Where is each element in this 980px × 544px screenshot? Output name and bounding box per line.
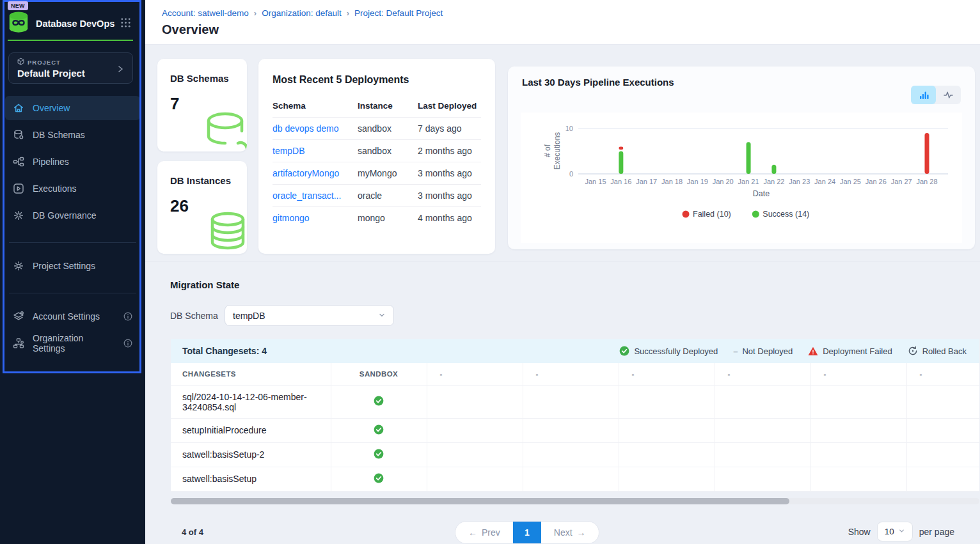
scrollbar-thumb[interactable] bbox=[171, 498, 789, 504]
column-header: - bbox=[906, 363, 979, 385]
gear-icon bbox=[13, 260, 24, 272]
legend-rolled-back: Rolled Back bbox=[908, 346, 967, 356]
svg-text:Jan 22: Jan 22 bbox=[763, 178, 784, 185]
sidebar-item-organization-settings[interactable]: Organization Settings bbox=[5, 331, 140, 355]
recent-deployments-card: Most Recent 5 Deployments Schema Instanc… bbox=[258, 59, 495, 254]
home-icon bbox=[13, 102, 24, 114]
success-check-icon bbox=[374, 473, 384, 483]
schema-link[interactable]: db devops demo bbox=[273, 123, 358, 134]
database-outline-icon bbox=[202, 109, 247, 152]
prev-button[interactable]: ←Prev bbox=[455, 522, 513, 543]
layers-gear-icon bbox=[13, 311, 24, 322]
project-name: Default Project bbox=[17, 68, 116, 79]
apps-grid-icon[interactable] bbox=[120, 17, 131, 31]
pager: ←Prev 1 Next→ bbox=[455, 521, 599, 544]
brand-name: Database DevOps bbox=[36, 19, 115, 29]
line-chart-toggle-icon[interactable] bbox=[936, 86, 961, 104]
project-cube-icon bbox=[17, 58, 24, 66]
sidebar-item-project-settings[interactable]: Project Settings bbox=[5, 254, 140, 278]
deployments-title: Most Recent 5 Deployments bbox=[273, 74, 481, 86]
svg-text:Jan 18: Jan 18 bbox=[661, 178, 683, 185]
per-page-label: per page bbox=[919, 527, 954, 537]
page-header: Account: satwell-demo › Organization: de… bbox=[145, 0, 980, 45]
brand-row: Database DevOps bbox=[6, 10, 139, 37]
column-header: - bbox=[619, 363, 715, 385]
changesets-header-row: CHANGESETS SANDBOX - - - - - - bbox=[171, 363, 979, 385]
svg-text:Success (14): Success (14) bbox=[763, 210, 809, 219]
info-icon[interactable] bbox=[123, 312, 132, 321]
bar-chart-toggle-icon[interactable] bbox=[911, 86, 936, 104]
schema-link[interactable]: gitmongo bbox=[273, 213, 358, 223]
migration-title: Migration State bbox=[170, 279, 239, 290]
column-header: CHANGESETS bbox=[171, 363, 331, 385]
svg-text:Jan 24: Jan 24 bbox=[814, 178, 835, 185]
db-schema-label: DB Schema bbox=[170, 311, 218, 321]
breadcrumb-project-link[interactable]: Project: Default Project bbox=[354, 8, 443, 18]
success-check-icon bbox=[374, 396, 384, 406]
table-row: setupInitialProcedure bbox=[171, 418, 979, 442]
svg-text:Jan 26: Jan 26 bbox=[865, 178, 887, 185]
total-changesets: Total Changesets: 4 bbox=[182, 346, 267, 356]
changeset-name: satwell:basisSetup-2 bbox=[171, 442, 331, 467]
sidebar-item-label: Executions bbox=[33, 183, 76, 194]
sidebar-item-label: DB Governance bbox=[33, 210, 97, 221]
success-check-icon bbox=[374, 424, 384, 435]
pipeline-chart-svg: 010# ofExecutionsJan 15Jan 16Jan 17Jan 1… bbox=[521, 113, 962, 243]
chevron-right-icon bbox=[116, 65, 125, 76]
sidebar-item-label: DB Schemas bbox=[33, 130, 85, 140]
deployments-table: Schema Instance Last Deployed db devops … bbox=[273, 96, 481, 229]
warning-triangle-icon bbox=[808, 346, 818, 356]
section-divider bbox=[145, 261, 980, 261]
changesets-table: Total Changesets: 4 Successfully Deploye… bbox=[171, 339, 979, 492]
sidebar-item-label: Organization Settings bbox=[33, 333, 115, 354]
sidebar-item-executions[interactable]: Executions bbox=[5, 176, 140, 201]
sidebar: NEW Database DevOps bbox=[0, 0, 145, 544]
svg-text:Jan 25: Jan 25 bbox=[840, 178, 861, 185]
column-header: - bbox=[427, 363, 523, 385]
db-schema-select[interactable]: tempDB bbox=[225, 305, 394, 326]
column-header: - bbox=[523, 363, 619, 385]
stat-label: DB Instances bbox=[170, 175, 247, 186]
table-row: satwell:basisSetup-2 bbox=[171, 442, 979, 467]
sidebar-item-pipelines[interactable]: Pipelines bbox=[5, 150, 140, 174]
schema-link[interactable]: artifactoryMongo bbox=[273, 168, 358, 178]
play-square-icon bbox=[13, 183, 24, 194]
legend-deployment-failed: Deployment Failed bbox=[808, 346, 892, 356]
svg-text:Executions: Executions bbox=[553, 132, 562, 170]
svg-text:Jan 21: Jan 21 bbox=[738, 178, 759, 185]
gear-icon bbox=[13, 210, 24, 221]
sidebar-item-account-settings[interactable]: Account Settings bbox=[5, 304, 140, 329]
breadcrumb-account-link[interactable]: Account: satwell-demo bbox=[162, 8, 249, 18]
next-button[interactable]: Next→ bbox=[541, 522, 599, 543]
project-label: PROJECT bbox=[28, 59, 61, 66]
schema-link[interactable]: oracle_transact... bbox=[273, 190, 358, 201]
schema-link[interactable]: tempDB bbox=[273, 146, 358, 156]
new-badge: NEW bbox=[8, 1, 28, 10]
info-icon[interactable] bbox=[123, 339, 132, 348]
column-header: - bbox=[715, 363, 810, 385]
breadcrumb: Account: satwell-demo › Organization: de… bbox=[162, 8, 980, 18]
breadcrumb-separator: › bbox=[254, 8, 257, 18]
legend-successfully-deployed: Successfully Deployed bbox=[619, 346, 718, 356]
svg-text:Jan 27: Jan 27 bbox=[891, 178, 912, 185]
rollback-icon bbox=[908, 346, 918, 356]
page-1-button[interactable]: 1 bbox=[513, 522, 541, 543]
column-header: Schema bbox=[273, 101, 358, 111]
page-title: Overview bbox=[162, 22, 980, 37]
project-selector[interactable]: PROJECT Default Project bbox=[8, 52, 133, 84]
sidebar-item-overview[interactable]: Overview bbox=[5, 96, 140, 120]
brand-underline bbox=[8, 40, 133, 41]
sidebar-item-db-schemas[interactable]: DB Schemas bbox=[5, 123, 140, 147]
database-devops-logo-icon bbox=[6, 10, 31, 37]
chevron-down-icon bbox=[898, 527, 905, 536]
horizontal-scrollbar bbox=[171, 498, 979, 504]
svg-text:10: 10 bbox=[565, 125, 573, 132]
sidebar-item-db-governance[interactable]: DB Governance bbox=[5, 203, 140, 228]
show-label: Show bbox=[848, 527, 871, 537]
breadcrumb-organization-link[interactable]: Organization: default bbox=[262, 8, 342, 18]
arrow-left-icon: ← bbox=[468, 527, 477, 538]
page-size-select[interactable]: 10 bbox=[877, 522, 913, 541]
sidebar-divider bbox=[9, 293, 136, 293]
svg-text:0: 0 bbox=[569, 170, 573, 178]
svg-text:Jan 15: Jan 15 bbox=[585, 178, 606, 185]
